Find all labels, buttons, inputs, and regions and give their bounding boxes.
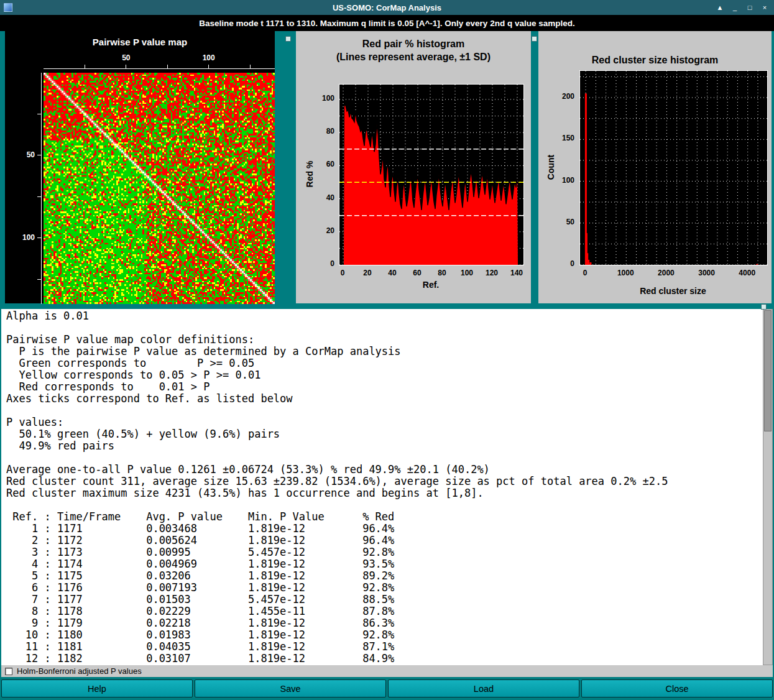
pairwise-map-panel: Pairwise P value map 5010050100	[5, 31, 275, 303]
tick-mark	[37, 196, 41, 197]
tick-label: 20	[355, 269, 380, 277]
red-pair-histogram-panel: Red pair % histogram (Lines represent av…	[296, 31, 531, 303]
tick-label: 20	[308, 226, 334, 235]
tick-label: 3000	[691, 269, 722, 277]
tick-mark	[37, 114, 41, 114]
tick-label: 0	[308, 259, 334, 268]
close-button[interactable]: Close	[581, 679, 773, 698]
tick-label: 100	[547, 176, 574, 185]
tick-label: 150	[547, 134, 574, 142]
cluster-xlabel: Red cluster size	[579, 286, 767, 296]
tick-mark	[250, 65, 251, 68]
tick-label: 0	[569, 269, 601, 277]
pairwise-map-canvas	[44, 73, 275, 304]
splitter-handle[interactable]	[761, 304, 767, 310]
tick-label: 50	[547, 218, 574, 226]
help-button[interactable]: Help	[1, 679, 193, 698]
red-pair-svg	[339, 85, 523, 265]
tick-label: 0	[330, 269, 355, 277]
tick-mark	[208, 65, 209, 68]
shade-button[interactable]: ▲	[714, 2, 726, 12]
button-bar: Help Save Load Close	[0, 677, 774, 700]
red-pair-title: Red pair % histogram (Lines represent av…	[296, 37, 531, 63]
tick-label: 60	[308, 160, 334, 168]
tick-mark	[37, 279, 41, 280]
tick-label: 60	[405, 269, 430, 277]
checkbox-bar: Holm-Bonferroni adjusted P values	[1, 665, 773, 677]
load-button[interactable]: Load	[388, 679, 579, 698]
cluster-plot-area	[579, 70, 768, 265]
save-button[interactable]: Save	[195, 679, 386, 698]
cluster-svg	[580, 71, 767, 265]
holm-bonferroni-checkbox[interactable]	[5, 668, 12, 675]
tick-label: 80	[308, 127, 334, 136]
bars	[585, 93, 758, 265]
tick-label: 200	[547, 92, 574, 101]
app-icon	[4, 3, 12, 12]
cormap-analysis-window: US-SOMO: CorMap Analysis ▲ _ □ × Baselin…	[0, 0, 774, 700]
tick-mark	[126, 65, 126, 68]
tick-label: 80	[430, 269, 454, 277]
splitter-handle[interactable]	[532, 36, 537, 42]
close-icon[interactable]: ×	[759, 2, 770, 12]
tick-label: 0	[547, 259, 574, 268]
red-pair-xlabel: Ref.	[339, 280, 523, 290]
tick-label: 2000	[650, 269, 681, 277]
checkbox-label: Holm-Bonferroni adjusted P values	[17, 666, 142, 676]
tick-mark	[85, 65, 85, 68]
top-axis-line	[44, 68, 275, 69]
left-axis-line	[41, 73, 42, 304]
tick-mark	[37, 237, 41, 238]
cluster-histogram-panel: Red cluster size histogram Count Red clu…	[538, 31, 772, 303]
tick-label: 1000	[610, 269, 641, 277]
window-title: US-SOMO: CorMap Analysis	[0, 3, 774, 12]
window-controls: ▲ _ □ ×	[714, 2, 770, 12]
report-text: Alpha is 0.01 Pairwise P value map color…	[1, 309, 763, 665]
tick-label: 140	[504, 269, 529, 277]
status-banner: Baseline mode t 1171 to 1310. Maximum q …	[0, 15, 774, 31]
titlebar: US-SOMO: CorMap Analysis ▲ _ □ ×	[0, 0, 774, 15]
tick-label: 50	[117, 53, 136, 62]
maximize-button[interactable]: □	[744, 2, 755, 12]
tick-label: 50	[10, 150, 35, 159]
tick-label: 100	[10, 233, 35, 242]
tick-label: 100	[308, 94, 334, 103]
tick-mark	[167, 65, 168, 68]
pairwise-map-title: Pairwise P value map	[5, 37, 275, 47]
tick-label: 100	[454, 269, 479, 277]
red-pair-title-text: Red pair % histogram	[296, 37, 531, 50]
minimize-button[interactable]: _	[729, 2, 740, 12]
red-pair-plot-area	[339, 84, 524, 265]
cluster-title: Red cluster size histogram	[538, 53, 772, 67]
tick-label: 40	[308, 193, 334, 202]
scrollbar-thumb[interactable]	[764, 310, 772, 431]
tick-label: 4000	[732, 269, 763, 277]
grid	[580, 71, 767, 265]
red-pair-subtitle: (Lines represent average, ±1 SD)	[336, 50, 491, 63]
tick-label: 100	[200, 53, 218, 62]
tick-label: 40	[380, 269, 405, 277]
scrollbar[interactable]	[763, 309, 773, 665]
tick-label: 120	[479, 269, 504, 277]
splitter-handle[interactable]	[285, 36, 291, 42]
tick-mark	[37, 155, 41, 155]
